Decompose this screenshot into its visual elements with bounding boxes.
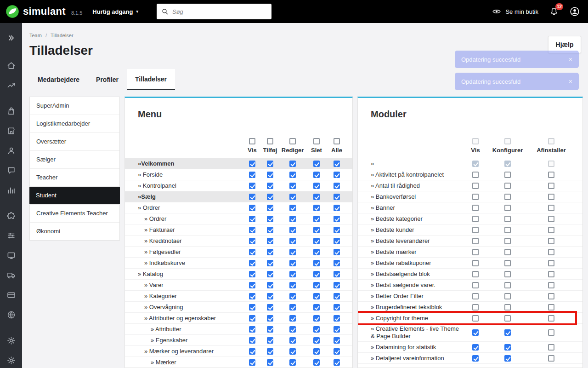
permission-checkbox[interactable]	[267, 172, 273, 178]
tab-profiler[interactable]: Profiler	[88, 69, 127, 90]
permission-checkbox[interactable]	[289, 293, 296, 299]
permission-checkbox[interactable]	[313, 293, 320, 299]
sidebar-item-shop-parameters-icon[interactable]	[0, 331, 22, 351]
permission-checkbox[interactable]	[334, 205, 340, 211]
module-permission-checkbox[interactable]	[472, 315, 479, 322]
permission-checkbox[interactable]	[334, 249, 340, 255]
sidebar-item-appearance-icon[interactable]	[0, 246, 22, 265]
tab-tilladelser[interactable]: Tilladelser	[127, 69, 175, 90]
module-permission-checkbox[interactable]	[504, 355, 511, 362]
permission-checkbox[interactable]	[249, 216, 255, 222]
permission-checkbox[interactable]	[289, 227, 296, 233]
module-permission-checkbox[interactable]	[504, 172, 511, 178]
profile-item-overs-tter[interactable]: Oversætter	[30, 133, 119, 151]
permission-checkbox[interactable]	[334, 359, 340, 366]
sidebar-item-customers-icon[interactable]	[0, 141, 22, 161]
module-permission-checkbox[interactable]	[504, 344, 511, 351]
permission-checkbox[interactable]	[313, 227, 320, 233]
column-checkbox-tilf-j[interactable]	[267, 138, 273, 144]
permission-checkbox[interactable]	[249, 326, 255, 333]
module-permission-checkbox[interactable]	[472, 282, 479, 288]
search-input[interactable]	[172, 8, 267, 15]
permission-checkbox[interactable]	[267, 216, 273, 222]
toast-close-icon[interactable]: ×	[569, 78, 572, 85]
module-permission-checkbox[interactable]	[504, 260, 511, 266]
permission-checkbox[interactable]	[334, 260, 340, 266]
module-permission-checkbox[interactable]	[548, 293, 554, 299]
permission-checkbox[interactable]	[334, 216, 340, 222]
module-permission-checkbox[interactable]	[504, 238, 511, 244]
permission-checkbox[interactable]	[267, 183, 273, 189]
sidebar-collapse-icon[interactable]	[0, 29, 22, 47]
module-permission-checkbox[interactable]	[548, 271, 554, 277]
permission-checkbox[interactable]	[313, 194, 320, 200]
permission-checkbox[interactable]	[313, 304, 320, 310]
permission-checkbox[interactable]	[334, 172, 340, 178]
permission-checkbox[interactable]	[249, 359, 255, 366]
permission-checkbox[interactable]	[289, 183, 296, 189]
profile-item-konomi[interactable]: Økonomi	[30, 223, 119, 240]
breadcrumb-team-link[interactable]: Team	[29, 33, 42, 38]
permission-checkbox[interactable]	[249, 249, 255, 255]
column-checkbox-alle[interactable]	[334, 138, 340, 144]
brand[interactable]: simulant	[0, 5, 71, 18]
permission-checkbox[interactable]	[249, 337, 255, 344]
module-permission-checkbox[interactable]	[548, 194, 554, 200]
permission-checkbox[interactable]	[267, 161, 273, 167]
permission-checkbox[interactable]	[289, 249, 296, 255]
permission-checkbox[interactable]	[249, 194, 255, 200]
module-permission-checkbox[interactable]	[472, 329, 479, 336]
column-checkbox-slet[interactable]	[313, 138, 320, 144]
permission-checkbox[interactable]	[313, 315, 320, 322]
permission-checkbox[interactable]	[334, 293, 340, 299]
sidebar-item-design-icon[interactable]	[0, 226, 22, 246]
permission-checkbox[interactable]	[313, 359, 320, 366]
permission-checkbox[interactable]	[249, 183, 255, 189]
column-checkbox-vis[interactable]	[249, 138, 255, 144]
module-permission-checkbox[interactable]	[504, 227, 511, 233]
quick-access-menu[interactable]: Hurtig adgang ▾	[92, 8, 138, 15]
module-permission-checkbox[interactable]	[472, 260, 479, 266]
permission-checkbox[interactable]	[313, 260, 320, 266]
module-permission-checkbox[interactable]	[472, 205, 479, 211]
module-permission-checkbox[interactable]	[504, 216, 511, 222]
permission-checkbox[interactable]	[334, 194, 340, 200]
permission-checkbox[interactable]	[334, 183, 340, 189]
permission-checkbox[interactable]	[267, 194, 273, 200]
permission-checkbox[interactable]	[313, 326, 320, 333]
permission-checkbox[interactable]	[249, 293, 255, 299]
module-permission-checkbox[interactable]	[504, 329, 511, 336]
permission-checkbox[interactable]	[289, 161, 296, 167]
permission-checkbox[interactable]	[334, 315, 340, 322]
notifications-button[interactable]: 12	[549, 7, 559, 16]
permission-checkbox[interactable]	[249, 271, 255, 277]
permission-checkbox[interactable]	[334, 348, 340, 355]
module-permission-checkbox[interactable]	[548, 205, 554, 211]
permission-checkbox[interactable]	[313, 183, 320, 189]
sidebar-item-catalog-icon[interactable]	[0, 121, 22, 141]
profile-item-superadmin[interactable]: SuperAdmin	[30, 97, 119, 115]
profile-item-student[interactable]: Student	[29, 187, 120, 205]
permission-checkbox[interactable]	[249, 172, 255, 178]
module-permission-checkbox[interactable]	[472, 355, 479, 362]
module-permission-checkbox[interactable]	[548, 355, 554, 362]
module-permission-checkbox[interactable]	[548, 183, 554, 189]
permission-checkbox[interactable]	[267, 205, 273, 211]
sidebar-item-sales-icon[interactable]	[0, 75, 22, 95]
permission-checkbox[interactable]	[267, 282, 273, 288]
permission-checkbox[interactable]	[289, 260, 296, 266]
module-permission-checkbox[interactable]	[472, 249, 479, 255]
module-permission-checkbox[interactable]	[548, 304, 554, 310]
permission-checkbox[interactable]	[249, 348, 255, 355]
permission-checkbox[interactable]	[313, 216, 320, 222]
permission-checkbox[interactable]	[334, 227, 340, 233]
module-permission-checkbox[interactable]	[472, 227, 479, 233]
permission-checkbox[interactable]	[289, 271, 296, 277]
permission-checkbox[interactable]	[289, 304, 296, 310]
permission-checkbox[interactable]	[289, 238, 296, 244]
module-permission-checkbox[interactable]	[504, 205, 511, 211]
permission-checkbox[interactable]	[267, 348, 273, 355]
module-permission-checkbox[interactable]	[548, 315, 554, 322]
permission-checkbox[interactable]	[313, 205, 320, 211]
permission-checkbox[interactable]	[249, 304, 255, 310]
